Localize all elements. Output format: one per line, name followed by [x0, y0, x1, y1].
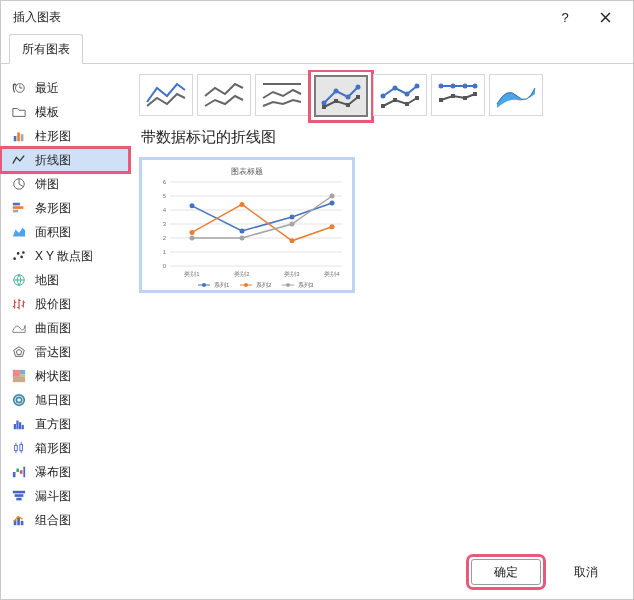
sidebar-item-label: 最近 [35, 80, 59, 97]
stacked-line-icon [201, 78, 247, 112]
ok-highlight: 确定 [471, 559, 541, 585]
svg-text:0: 0 [163, 263, 167, 269]
svg-rect-32 [15, 494, 24, 497]
ok-label: 确定 [494, 564, 518, 581]
sidebar-item-label: 曲面图 [35, 320, 71, 337]
svg-point-56 [463, 84, 468, 89]
sidebar-item-stock[interactable]: 股价图 [1, 292, 129, 316]
svg-point-86 [290, 222, 295, 227]
close-icon [600, 12, 611, 23]
svg-rect-29 [20, 470, 23, 474]
sidebar-item-boxwhisker[interactable]: 箱形图 [1, 436, 129, 460]
chart-preview-svg: 图表标题 012 3456 [142, 160, 352, 290]
sidebar-item-label: 旭日图 [35, 392, 71, 409]
chart-title: 图表标题 [231, 167, 263, 176]
svg-point-55 [451, 84, 456, 89]
ok-button[interactable]: 确定 [471, 559, 541, 585]
sidebar-item-surface[interactable]: 曲面图 [1, 316, 129, 340]
sidebar-item-treemap[interactable]: 树状图 [1, 364, 129, 388]
sidebar-item-area[interactable]: 面积图 [1, 220, 129, 244]
surface-chart-icon [11, 320, 27, 336]
svg-text:类别2: 类别2 [234, 271, 250, 277]
svg-point-84 [190, 236, 195, 241]
sidebar-item-scatter[interactable]: X Y 散点图 [1, 244, 129, 268]
svg-rect-27 [13, 472, 16, 477]
sidebar-item-label: 柱形图 [35, 128, 71, 145]
subtype-3d-line[interactable] [489, 74, 543, 116]
svg-rect-53 [415, 96, 419, 100]
svg-point-79 [330, 201, 335, 206]
close-button[interactable] [585, 3, 625, 31]
svg-text:类别3: 类别3 [284, 271, 300, 277]
sidebar-item-histogram[interactable]: 直方图 [1, 412, 129, 436]
svg-rect-15 [13, 370, 20, 377]
svg-rect-43 [334, 99, 338, 103]
svg-rect-30 [23, 467, 25, 478]
title-bar: 插入图表 ? [1, 1, 633, 33]
sidebar-item-label: 饼图 [35, 176, 59, 193]
svg-text:2: 2 [163, 235, 167, 241]
line-markers-icon [318, 79, 364, 113]
sidebar-item-label: 瀑布图 [35, 464, 71, 481]
svg-point-82 [290, 238, 295, 243]
line-chart-icon [11, 152, 27, 168]
svg-text:5: 5 [163, 193, 167, 199]
sidebar-item-label: X Y 散点图 [35, 248, 93, 265]
svg-point-48 [405, 92, 410, 97]
subtype-stacked-line-markers[interactable] [373, 74, 427, 116]
subtype-100pct-line-markers[interactable] [431, 74, 485, 116]
svg-rect-1 [14, 136, 17, 141]
pie-chart-icon [11, 176, 27, 192]
svg-point-81 [240, 202, 245, 207]
sidebar-item-recent[interactable]: 最近 [1, 76, 129, 100]
sidebar-item-label: 模板 [35, 104, 59, 121]
svg-point-41 [356, 85, 361, 90]
svg-rect-50 [381, 104, 385, 108]
svg-rect-36 [21, 521, 24, 525]
svg-point-49 [415, 84, 420, 89]
subtype-100pct-stacked-line[interactable] [255, 74, 309, 116]
tab-bar: 所有图表 [1, 33, 633, 64]
sidebar-item-map[interactable]: 地图 [1, 268, 129, 292]
sidebar-item-bar[interactable]: 条形图 [1, 196, 129, 220]
svg-point-8 [13, 257, 16, 260]
boxwhisker-icon [11, 440, 27, 456]
subtype-line[interactable] [139, 74, 193, 116]
sidebar-item-line[interactable]: 折线图 [1, 148, 129, 172]
sidebar-item-label: 箱形图 [35, 440, 71, 457]
svg-point-78 [290, 215, 295, 220]
scatter-chart-icon [11, 248, 27, 264]
stacked-line-markers-icon [377, 78, 423, 112]
svg-point-46 [381, 94, 386, 99]
line-icon [143, 78, 189, 112]
sidebar-item-pie[interactable]: 饼图 [1, 172, 129, 196]
svg-rect-3 [21, 134, 24, 141]
sidebar-item-combo[interactable]: 组合图 [1, 508, 129, 532]
svg-point-40 [346, 95, 351, 100]
subtype-stacked-line[interactable] [197, 74, 251, 116]
chart-preview[interactable]: 图表标题 012 3456 [139, 157, 355, 293]
sidebar-item-funnel[interactable]: 漏斗图 [1, 484, 129, 508]
sidebar-item-templates[interactable]: 模板 [1, 100, 129, 124]
tab-all-charts[interactable]: 所有图表 [9, 34, 83, 64]
sidebar-item-radar[interactable]: 雷达图 [1, 340, 129, 364]
svg-point-54 [439, 84, 444, 89]
sidebar-item-waterfall[interactable]: 瀑布图 [1, 460, 129, 484]
sidebar-item-column[interactable]: 柱形图 [1, 124, 129, 148]
sidebar-item-label: 地图 [35, 272, 59, 289]
column-chart-icon [11, 128, 27, 144]
svg-rect-22 [16, 421, 18, 430]
sidebar-item-label: 股价图 [35, 296, 71, 313]
sidebar-item-label: 树状图 [35, 368, 71, 385]
subtype-line-markers[interactable] [314, 75, 368, 117]
help-button[interactable]: ? [545, 3, 585, 31]
svg-point-19 [14, 395, 25, 406]
svg-rect-58 [439, 98, 443, 102]
cancel-button[interactable]: 取消 [551, 559, 621, 585]
sidebar-item-sunburst[interactable]: 旭日图 [1, 388, 129, 412]
sidebar-item-label: 直方图 [35, 416, 71, 433]
pct-line-markers-icon [435, 78, 481, 112]
dialog-title: 插入图表 [13, 9, 545, 26]
main-panel: 带数据标记的折线图 图表标题 012 [129, 70, 633, 549]
subtype-highlight [313, 74, 369, 118]
